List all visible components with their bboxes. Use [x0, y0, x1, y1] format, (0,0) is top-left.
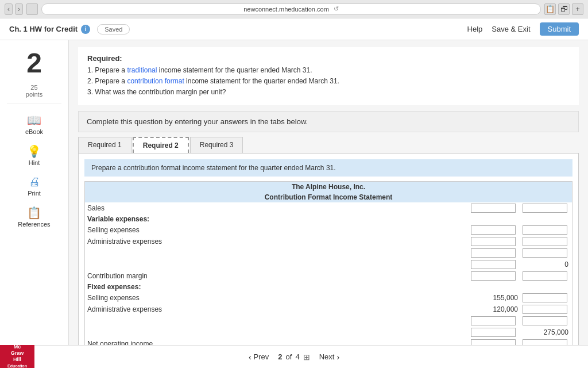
logo-text: Mc Graw Hill Education — [7, 344, 27, 368]
table-row: 275,000 — [85, 327, 572, 338]
browser-bar: ‹ › newconnect.mheducation.com ↺ 📋 🗗 + — [0, 0, 588, 18]
table-row: Variable expenses: — [85, 214, 572, 224]
label-admin-var: Administrative expenses — [85, 236, 469, 247]
input-admin-var-2[interactable] — [520, 236, 572, 247]
submit-button[interactable]: Submit — [540, 22, 579, 36]
reload-btn[interactable]: ↺ — [334, 5, 339, 13]
value-admin-fixed: 120,000 — [469, 304, 520, 315]
sidebar: 2 25 points 📖 eBook 💡 Hint 🖨 Print 📋 Ref… — [0, 40, 69, 345]
references-label: References — [18, 221, 50, 228]
app-title: Ch. 1 HW for Credit i — [9, 25, 90, 34]
value-selling-fixed: 155,000 — [469, 292, 520, 304]
question-block: Required: 1. Prepare a traditional incom… — [78, 47, 579, 105]
ebook-icon: 📖 — [27, 113, 41, 127]
mcgraw-logo: Mc Graw Hill Education — [0, 345, 34, 368]
question-item-2: 2. Prepare a contribution format income … — [87, 76, 570, 87]
table-row: Contribution margin — [85, 270, 572, 282]
ebook-label: eBook — [25, 128, 43, 135]
references-icon: 📋 — [27, 206, 41, 220]
tab-required-3[interactable]: Required 3 — [190, 137, 243, 153]
label-fixed-expenses: Fixed expenses: — [85, 282, 469, 292]
label-empty-1 — [85, 247, 469, 259]
bottom-bar: Mc Graw Hill Education ‹ Prev 2 of 4 ⊞ N… — [0, 345, 588, 368]
total-pages: 4 — [295, 352, 299, 361]
grid-icon[interactable]: ⊞ — [303, 352, 310, 362]
back-arrow[interactable]: ‹ — [5, 3, 13, 15]
page-info: 2 of 4 ⊞ — [278, 352, 310, 362]
table-row: 0 — [85, 259, 572, 270]
points-value: 25 — [30, 84, 37, 91]
new-tab-btn[interactable]: + — [572, 3, 583, 15]
tab-required-1[interactable]: Required 1 — [78, 137, 131, 153]
print-icon: 🖨 — [29, 175, 40, 189]
table-row — [85, 247, 572, 259]
label-variable-expenses: Variable expenses: — [85, 214, 469, 224]
input-admin-var-1[interactable] — [469, 236, 520, 247]
value-zero: 0 — [520, 259, 572, 270]
copy-btn[interactable]: 🗗 — [558, 3, 570, 15]
sidebar-divider — [7, 103, 61, 104]
label-empty-4 — [85, 327, 469, 338]
cell-empty-3 — [469, 282, 520, 292]
window-control-1[interactable] — [26, 3, 38, 15]
input-cm-1[interactable] — [469, 270, 520, 282]
url-text: newconnect.mheducation.com — [243, 6, 329, 13]
next-page-button[interactable]: Next › — [319, 352, 339, 362]
input-empty-1[interactable] — [469, 247, 520, 259]
table-row: Fixed expenses: — [85, 282, 572, 292]
input-fixed-empty-2[interactable] — [520, 315, 572, 327]
prev-page-button[interactable]: ‹ Prev — [249, 352, 269, 362]
input-fixed-empty-1[interactable] — [469, 315, 520, 327]
current-page: 2 — [278, 352, 282, 361]
forward-arrow[interactable]: › — [15, 3, 23, 15]
input-sales-1[interactable] — [469, 202, 520, 214]
prev-chevron-icon: ‹ — [249, 352, 252, 362]
sidebar-item-ebook[interactable]: 📖 eBook — [0, 110, 68, 139]
prev-page-label: Prev — [254, 352, 269, 361]
help-link[interactable]: Help — [467, 25, 483, 33]
input-sales-2[interactable] — [520, 202, 572, 214]
browser-nav[interactable]: ‹ › — [5, 3, 23, 15]
table-row: Selling expenses — [85, 224, 572, 236]
tab-bar: Required 1 Required 2 Required 3 — [78, 137, 579, 153]
input-empty-2[interactable] — [520, 247, 572, 259]
points-text: points — [26, 91, 42, 98]
input-admin-fixed-2[interactable] — [520, 304, 572, 315]
share-btn[interactable]: 📋 — [544, 3, 556, 15]
url-bar[interactable]: newconnect.mheducation.com ↺ — [41, 3, 541, 15]
tab-required-2[interactable]: Required 2 — [133, 137, 189, 153]
sidebar-item-references[interactable]: 📋 References — [0, 202, 68, 231]
label-selling-var: Selling expenses — [85, 224, 469, 236]
input-net-2[interactable] — [520, 338, 572, 345]
value-fixed-total: 275,000 — [520, 327, 572, 338]
main-layout: 2 25 points 📖 eBook 💡 Hint 🖨 Print 📋 Ref… — [0, 40, 588, 345]
table-row — [85, 315, 572, 327]
input-net-1[interactable] — [469, 338, 520, 345]
input-fixed-total-1[interactable] — [469, 327, 520, 338]
next-chevron-icon: › — [336, 352, 339, 362]
sidebar-item-hint[interactable]: 💡 Hint — [0, 141, 68, 170]
company-name: The Alpine House, Inc. — [85, 182, 572, 192]
save-exit-link[interactable]: Save & Exit — [492, 25, 530, 33]
statement-title: Contribution Format Income Statement — [85, 192, 572, 202]
sidebar-item-print[interactable]: 🖨 Print — [0, 172, 68, 200]
table-row: Net operating income — [85, 338, 572, 345]
company-name-row: The Alpine House, Inc. — [85, 182, 572, 192]
input-selling-var-1[interactable] — [469, 224, 520, 236]
input-cm-2[interactable] — [520, 270, 572, 282]
instruction-text: Complete this question by entering your … — [87, 117, 308, 126]
label-empty-2 — [85, 259, 469, 270]
question-item-1: 1. Prepare a traditional income statemen… — [87, 65, 570, 76]
tab-note: Prepare a contribution format income sta… — [84, 159, 572, 177]
input-selling-fixed-2[interactable] — [520, 292, 572, 304]
table-row: Selling expenses 155,000 — [85, 292, 572, 304]
input-selling-var-2[interactable] — [520, 224, 572, 236]
input-empty-3[interactable] — [469, 259, 520, 270]
income-statement-table: The Alpine House, Inc. Contribution Form… — [84, 181, 572, 345]
header-right: Help Save & Exit Submit — [467, 22, 579, 36]
statement-title-row: Contribution Format Income Statement — [85, 192, 572, 202]
label-empty-3 — [85, 315, 469, 327]
info-icon[interactable]: i — [81, 25, 90, 34]
of-label: of — [286, 352, 292, 361]
label-sales: Sales — [85, 202, 469, 214]
